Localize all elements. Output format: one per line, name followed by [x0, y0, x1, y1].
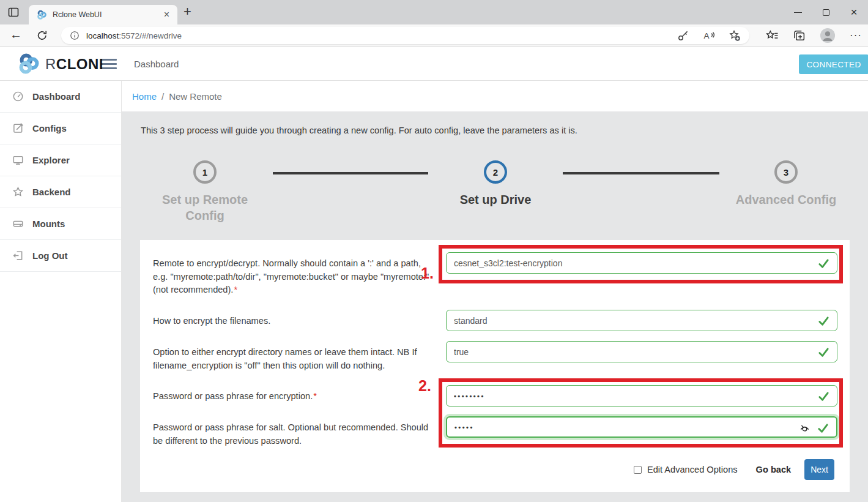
breadcrumb: Home / New Remote: [122, 81, 868, 111]
new-tab-button[interactable]: +: [184, 4, 191, 20]
site-info-icon[interactable]: [70, 31, 80, 40]
configs-icon: [12, 122, 24, 134]
field-label-salt: Password or pass phrase for salt. Option…: [153, 421, 436, 448]
wizard-content: This 3 step process will guide you throu…: [122, 111, 868, 502]
browser-menu-icon[interactable]: ···: [850, 29, 862, 42]
sidebar: Dashboard Configs Explorer Backend Mount…: [0, 81, 122, 502]
field-label-directory-encryption: Option to either encrypt directory names…: [153, 346, 436, 372]
browser-navbar: ← localhost:5572/#/newdrive A: [0, 24, 868, 47]
step-connector-1: [273, 172, 428, 174]
sidebar-item-label: Explorer: [32, 155, 70, 165]
sidebar-item-label: Backend: [32, 187, 71, 197]
sidebar-item-configs[interactable]: Configs: [0, 113, 121, 144]
field-label-remote: Remote to encrypt/decrypt. Normally shou…: [153, 257, 436, 297]
backend-icon: [12, 186, 24, 198]
brand-r: R: [45, 56, 56, 72]
step-3-label: Advanced Config: [734, 192, 838, 208]
explorer-icon: [12, 154, 24, 166]
tab-actions-icon[interactable]: [7, 6, 20, 18]
back-button[interactable]: ←: [10, 28, 22, 42]
collections-icon[interactable]: [793, 29, 806, 42]
breadcrumb-current: New Remote: [169, 91, 222, 102]
config-form-card: Remote to encrypt/decrypt. Normally shou…: [140, 240, 850, 492]
next-button[interactable]: Next: [804, 459, 834, 480]
app-header: RCLONE Dashboard CONNECTED: [0, 47, 868, 81]
tab-close-icon[interactable]: ×: [162, 10, 171, 20]
close-icon: ×: [850, 6, 857, 19]
valid-check-icon: [817, 422, 829, 435]
brand-wordmark: RCLONE: [45, 56, 109, 73]
add-favorite-star-icon[interactable]: [729, 29, 741, 42]
sidebar-item-label: Dashboard: [32, 91, 80, 102]
svg-text:A: A: [704, 31, 710, 40]
remote-input[interactable]: [447, 253, 837, 273]
sidebar-item-backend[interactable]: Backend: [0, 176, 121, 208]
salt-input[interactable]: [447, 418, 836, 436]
step-2-circle: 2: [484, 160, 507, 184]
password-input-wrapper: [446, 385, 837, 406]
navbar-right-icons: ···: [766, 27, 862, 44]
window-minimize-button[interactable]: [784, 0, 812, 24]
edit-advanced-label[interactable]: Edit Advanced Options: [647, 465, 738, 474]
directory-encryption-input[interactable]: [447, 342, 837, 362]
field-label-text: Password or pass phrase for encryption.: [153, 391, 313, 401]
valid-check-icon: [817, 346, 830, 359]
required-asterisk: *: [313, 391, 317, 401]
browser-tab-strip: Rclone WebUI × + ×: [0, 0, 868, 24]
salt-input-wrapper: [446, 416, 837, 438]
password-input[interactable]: [447, 386, 837, 406]
window-controls: ×: [784, 0, 868, 24]
favorites-bar-icon[interactable]: [766, 29, 779, 42]
step-2-label: Set up Drive: [443, 192, 547, 208]
browser-tab[interactable]: Rclone WebUI ×: [29, 5, 177, 24]
field-label-text: Remote to encrypt/decrypt. Normally shou…: [153, 258, 429, 294]
step-1-circle: 1: [193, 160, 217, 184]
required-asterisk: *: [234, 285, 237, 294]
step-connector-2: [563, 172, 719, 174]
profile-avatar[interactable]: [820, 28, 836, 43]
step-3-number: 3: [784, 167, 788, 178]
go-back-button[interactable]: Go back: [756, 465, 792, 474]
minimize-icon: [794, 12, 802, 13]
sidebar-item-explorer[interactable]: Explorer: [0, 144, 121, 176]
field-label-filename-encryption: How to encrypt the filenames.: [153, 315, 436, 328]
sidebar-item-mounts[interactable]: Mounts: [0, 208, 121, 240]
breadcrumb-home-link[interactable]: Home: [132, 91, 157, 102]
window-maximize-button[interactable]: [812, 0, 840, 24]
rclone-logo[interactable]: [18, 53, 40, 75]
hamburger-menu-icon[interactable]: [102, 59, 117, 72]
brand-rest: CLONE: [56, 56, 109, 72]
read-aloud-icon[interactable]: A: [703, 29, 715, 42]
rclone-favicon: [37, 10, 47, 20]
valid-check-icon: [817, 315, 830, 328]
wizard-intro-text: This 3 step process will guide you throu…: [141, 126, 577, 135]
maximize-icon: [823, 9, 829, 16]
remote-input-wrapper: [446, 252, 837, 274]
step-2-number: 2: [493, 167, 498, 178]
url-path: :5572/#/newdrive: [119, 31, 182, 40]
step-1-number: 1: [202, 167, 207, 178]
breadcrumb-separator: /: [161, 91, 164, 102]
step-1-label: Set up Remote Config: [153, 192, 257, 223]
page-title: Dashboard: [134, 59, 179, 69]
directory-encryption-input-wrapper: [446, 341, 837, 362]
address-bar[interactable]: localhost:5572/#/newdrive A: [61, 27, 749, 44]
valid-check-icon: [817, 390, 830, 403]
form-controls: Edit Advanced Options Go back Next: [634, 459, 834, 481]
sidebar-item-dashboard[interactable]: Dashboard: [0, 81, 121, 113]
sidebar-item-logout[interactable]: Log Out: [0, 240, 121, 272]
sidebar-item-label: Configs: [32, 123, 67, 133]
toggle-password-visibility-icon[interactable]: [798, 422, 811, 435]
filename-encryption-input[interactable]: [447, 310, 837, 331]
edit-advanced-checkbox[interactable]: [634, 466, 642, 474]
browser-window: Rclone WebUI × + × ← localhost:5572/#/ne…: [0, 0, 868, 502]
refresh-icon[interactable]: [36, 29, 48, 42]
password-key-icon[interactable]: [677, 29, 689, 42]
field-label-password: Password or pass phrase for encryption.*: [153, 390, 436, 403]
window-close-button[interactable]: ×: [840, 0, 868, 24]
filename-encryption-input-wrapper: [446, 310, 837, 331]
mounts-icon: [12, 218, 24, 230]
valid-check-icon: [817, 257, 830, 270]
connection-status-badge[interactable]: CONNECTED: [799, 54, 868, 74]
sidebar-item-label: Mounts: [32, 219, 65, 229]
